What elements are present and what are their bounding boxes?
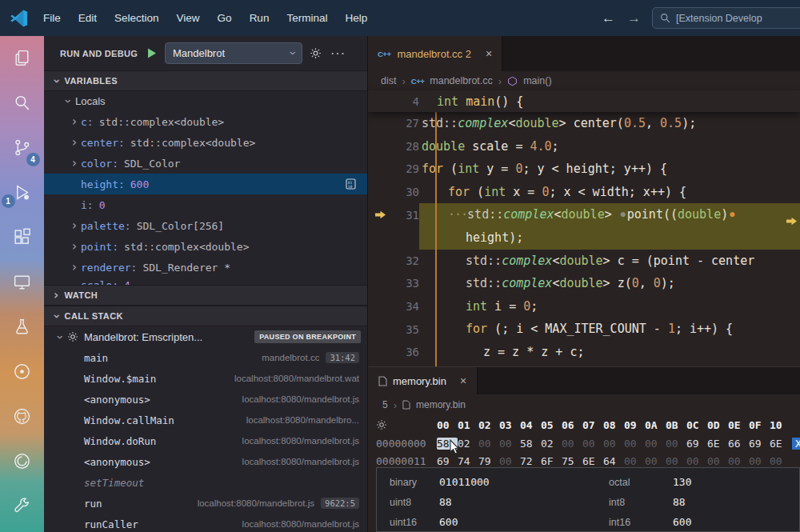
activity-item-live-share[interactable] (8, 357, 37, 389)
hex-byte[interactable]: 00 (686, 455, 707, 467)
breadcrumb-item[interactable]: main() (523, 75, 551, 86)
activity-item-tools[interactable] (8, 491, 37, 523)
activity-item-explorer[interactable] (8, 43, 37, 75)
more-actions-icon[interactable]: ··· (330, 50, 346, 58)
hex-byte[interactable]: 02 (541, 438, 562, 450)
stack-frame[interactable]: runCallerlocalhost:8080/mandelbrot.js (44, 514, 367, 532)
debug-config-dropdown[interactable]: Mandelbrot › (165, 42, 302, 64)
scope-locals[interactable]: › Locals (44, 91, 367, 111)
hex-byte[interactable]: 00 (478, 438, 499, 450)
sticky-scroll-line[interactable]: 4 int main() { (368, 90, 800, 112)
start-debugging-button[interactable] (146, 47, 158, 59)
activity-item-testing[interactable] (8, 312, 37, 344)
stack-frame[interactable]: <anonymous>localhost:8080/mandelbrot.js (44, 389, 367, 410)
stack-frame[interactable]: <anonymous>localhost:8080/mandelbrot.js (44, 451, 367, 472)
activity-item-remote-explorer[interactable] (8, 267, 37, 299)
hex-byte[interactable]: 00 (645, 455, 666, 467)
hex-byte[interactable]: 00 (666, 438, 686, 450)
hex-byte[interactable]: 64 (603, 455, 624, 467)
breadcrumb-item[interactable]: dist (381, 75, 396, 86)
code-line[interactable]: 34int i = 0; (368, 295, 800, 318)
activity-item-source-control[interactable]: 4 (8, 133, 37, 165)
stack-frame[interactable]: Window.doRunlocalhost:8080/mandelbrot.js (44, 430, 367, 451)
hex-byte[interactable]: 00 (582, 438, 603, 450)
close-tab-icon[interactable]: × (486, 47, 492, 60)
hex-byte[interactable]: 00 (770, 455, 790, 467)
variable-row[interactable]: ›renderer:SDL_Renderer * (44, 257, 367, 278)
watch-section-header[interactable]: › WATCH (44, 285, 367, 306)
menu-file[interactable]: File (34, 0, 70, 36)
hex-byte[interactable]: 00 (499, 438, 520, 450)
close-tab-icon[interactable]: × (460, 374, 466, 387)
history-back-icon[interactable]: ← (602, 0, 615, 36)
variable-row[interactable]: ›point:std::complex<double> (44, 236, 367, 257)
hex-byte[interactable]: 69 (686, 438, 707, 450)
hex-byte[interactable]: 6F (541, 455, 562, 467)
hex-settings-gear-icon[interactable] (376, 419, 392, 430)
stack-frame[interactable]: runlocalhost:8080/mandelbrot.js9622:5 (44, 493, 367, 514)
menu-edit[interactable]: Edit (70, 0, 106, 36)
variable-row[interactable]: scale:4 (44, 278, 367, 285)
code-line[interactable]: 31···std::complex<double> ●point((double… (368, 203, 800, 226)
hex-byte[interactable]: 00 (666, 455, 686, 467)
history-forward-icon[interactable]: → (627, 0, 641, 36)
hex-byte[interactable]: 00 (603, 438, 624, 450)
activity-item-search[interactable] (8, 88, 37, 120)
menu-help[interactable]: Help (336, 0, 376, 36)
hex-byte[interactable]: 72 (520, 455, 541, 467)
hex-byte[interactable]: 00 (645, 438, 666, 450)
hex-byte[interactable]: 75 (562, 455, 582, 467)
hex-byte[interactable]: 66 (728, 438, 749, 450)
stack-frame[interactable]: setTimeout (44, 472, 367, 493)
activity-item-github[interactable] (8, 402, 37, 434)
code-line[interactable]: height); (368, 226, 800, 250)
activity-item-run-and-debug[interactable]: 1 (8, 178, 37, 210)
hex-byte[interactable]: 00 (707, 455, 728, 467)
menu-go[interactable]: Go (209, 0, 241, 36)
hex-byte[interactable]: 00 (562, 438, 582, 450)
menu-run[interactable]: Run (241, 0, 278, 36)
menu-terminal[interactable]: Terminal (278, 0, 336, 36)
hex-byte[interactable]: 00 (624, 438, 645, 450)
variable-row[interactable]: ›c:std::complex<double> (44, 111, 367, 132)
hex-byte[interactable]: 58 (520, 438, 541, 450)
code-line[interactable]: 27std::complex<double> center(0.5, 0.5); (368, 112, 800, 135)
variable-row[interactable]: ›center:std::complex<double> (44, 132, 367, 153)
code-line[interactable]: 30for (int x = 0; x < width; x++) { (368, 181, 800, 204)
code-line[interactable]: 33std::complex<double> z(0, 0); (368, 272, 800, 295)
hex-byte[interactable]: 00 (728, 455, 749, 467)
stack-frame[interactable]: mainmandelbrot.cc31:42 (44, 347, 367, 368)
code-line[interactable]: 28double scale = 4.0; (368, 135, 800, 158)
hex-byte[interactable]: 00 (624, 455, 645, 467)
breadcrumb-item[interactable]: mandelbrot.cc (430, 75, 493, 86)
code-line[interactable]: 32std::complex<double> c = (point - cent… (368, 250, 800, 273)
call-stack-section-header[interactable]: › CALL STACK (44, 306, 367, 326)
hex-byte[interactable]: 00 (499, 455, 520, 467)
menu-selection[interactable]: Selection (106, 0, 168, 36)
stack-frame[interactable]: Window.$mainlocalhost:8080/mandelbrot.wa… (44, 368, 367, 389)
variables-section-header[interactable]: › VARIABLES (44, 70, 367, 91)
variable-row[interactable]: height:6000110 (44, 174, 367, 194)
variable-row[interactable]: ›palette:SDL_Color[256] (44, 215, 367, 236)
hex-breadcrumb-file[interactable]: memory.bin (416, 399, 466, 410)
debug-session-row[interactable]: › Mandelbrot: Emscripten... PAUSED ON BR… (44, 326, 367, 347)
hex-byte[interactable]: 6E (582, 455, 603, 467)
variable-row[interactable]: ›color:SDL_Color (44, 153, 367, 174)
code-line[interactable]: 35for (; i < MAX_ITER_COUNT - 1; i++) { (368, 318, 800, 341)
code-editor[interactable]: 27std::complex<double> center(0.5, 0.5);… (368, 112, 800, 366)
variable-row[interactable]: i:0 (44, 194, 367, 215)
activity-item-swirl[interactable] (8, 446, 37, 478)
code-line[interactable]: 29for (int y = 0; y < height; y++) { (368, 158, 800, 181)
command-center-search[interactable]: [Extension Develop (652, 7, 800, 29)
code-line[interactable]: 36z = z * z + c; (368, 341, 800, 364)
tab-memory-bin[interactable]: memory.bin × (368, 367, 478, 394)
stack-frame[interactable]: Window.callMainlocalhost:8080/mandelbro.… (44, 410, 367, 430)
hex-byte[interactable]: 69 (749, 438, 770, 450)
hex-byte[interactable]: 6E (707, 438, 728, 450)
debug-settings-gear-icon[interactable] (310, 47, 322, 59)
view-binary-data-icon[interactable]: 0110 (346, 178, 356, 190)
tab-mandelbrot-cc[interactable]: C++ mandelbrot.cc 2 × (368, 36, 502, 71)
hex-byte[interactable]: 79 (478, 455, 499, 467)
activity-item-extensions[interactable] (8, 222, 37, 254)
hex-byte[interactable]: 00 (749, 455, 770, 467)
